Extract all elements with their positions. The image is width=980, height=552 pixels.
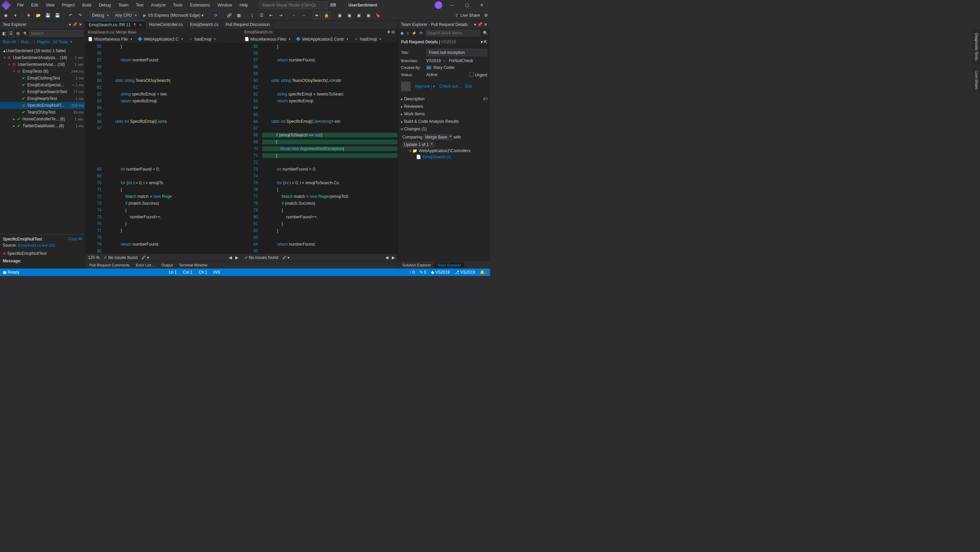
test-node[interactable]: ▸✔HomeControllerTe... (6)1 sec xyxy=(0,116,85,123)
test-node[interactable]: ▿⊘UserSentimentAnalysis... (18)1 sec xyxy=(0,54,85,61)
right-code-area[interactable]: 55 }5657 return numberFound;585960 ublic… xyxy=(242,43,398,254)
test-node[interactable]: ▿⊘EmojiTests (6)244 ms xyxy=(0,68,85,75)
menu-test[interactable]: Test xyxy=(133,2,147,9)
test-search-input[interactable] xyxy=(29,30,84,37)
start-debug-button[interactable]: IIS Express (Microsoft Edge) ▾ xyxy=(140,11,207,19)
test-node[interactable]: ▿⊘UserSentimentAnal... (18)1 sec xyxy=(0,61,85,68)
status-repo[interactable]: ◆ VS2019 xyxy=(431,270,450,274)
filter-icon[interactable]: ◧ xyxy=(2,30,7,37)
home-icon[interactable]: ⌂ xyxy=(406,29,409,37)
status-branch[interactable]: ⎇ VS2019 xyxy=(455,270,475,274)
platform-combo[interactable]: Any CPU xyxy=(113,11,138,19)
zoom-level[interactable]: 125 % xyxy=(88,255,100,260)
close-button[interactable]: ✕ xyxy=(476,1,487,9)
tool2-icon[interactable]: ▣ xyxy=(345,11,353,19)
copy-all-link[interactable]: Copy All xyxy=(68,237,82,241)
section-description[interactable]: Description🏷 xyxy=(398,95,490,103)
nav-class[interactable]: 🔷 WebApplication2.Contr xyxy=(293,35,351,43)
status-edit[interactable]: ✎ 0 xyxy=(419,270,426,274)
menu-edit[interactable]: Edit xyxy=(28,2,41,9)
test-node[interactable]: ⊘SpecificEmojiNullT...153 ms xyxy=(0,102,85,109)
bookmark-icon[interactable]: 🔖 xyxy=(374,11,382,19)
flask-icon[interactable]: ⚗ xyxy=(22,30,28,37)
test-node[interactable]: ✔EmojiClothingTest1 ms xyxy=(0,75,85,81)
vs-search-input[interactable]: Search Visual Studio (Ctrl+Q) xyxy=(259,2,328,9)
exit-button[interactable]: Exit xyxy=(465,84,472,89)
menu-help[interactable]: Help xyxy=(236,2,251,9)
browser-link-icon[interactable]: 🔗 xyxy=(225,11,233,19)
nav-fwd-icon[interactable]: ▾ xyxy=(11,11,19,19)
changes-file[interactable]: 📄 EmojiSearch.cs xyxy=(402,154,486,160)
work-items-search[interactable] xyxy=(426,30,480,37)
indent-icon[interactable]: ⇤ xyxy=(267,11,275,19)
live-share-button[interactable]: ⇪ Live Share ⚙ xyxy=(455,13,488,18)
tree-icon[interactable]: ⊞ xyxy=(15,30,21,37)
btab-solution-explorer[interactable]: Solution Explorer xyxy=(399,262,434,268)
compare-base-combo[interactable]: Merge Base xyxy=(423,134,452,140)
btab-team-explorer[interactable]: Team Explorer xyxy=(434,262,464,268)
keyboard-icon[interactable]: ⌨ xyxy=(329,2,337,9)
playlist-link[interactable]: Playlist : All Tests xyxy=(37,40,68,45)
changes-folder[interactable]: ▿ 📁 WebApplication2\Controllers xyxy=(402,148,486,154)
nav-project[interactable]: 📄 Miscellaneous File xyxy=(85,35,135,43)
btab-terminal[interactable]: Terminal Window xyxy=(176,262,210,268)
arrow-left-icon[interactable]: ← xyxy=(290,11,298,19)
back-icon[interactable]: ◉ xyxy=(400,29,404,37)
group-icon[interactable]: ☰ xyxy=(8,30,14,37)
list-icon[interactable]: ☰ xyxy=(258,11,265,19)
test-root[interactable]: ◢UserSentiment (18 tests) 1 failed xyxy=(0,48,85,54)
maximize-button[interactable]: ▢ xyxy=(461,1,472,9)
close-icon[interactable]: ✕ xyxy=(139,23,142,27)
menu-debug[interactable]: Debug xyxy=(95,2,114,9)
menu-extensions[interactable]: Extensions xyxy=(186,2,213,9)
test-node[interactable]: ✔EmojiExtraSpecial...< 1 ms xyxy=(0,81,85,88)
tool-icon[interactable]: 🖉 ▾ xyxy=(282,255,290,260)
status-upload[interactable]: ↑ 0 xyxy=(409,270,415,274)
lock-icon[interactable]: 🔒 xyxy=(323,11,330,19)
nav-member[interactable]: 🔹 hasEmoji xyxy=(186,35,219,43)
checkout-button[interactable]: Check out... xyxy=(439,84,461,89)
nav-class[interactable]: 🔷 WebApplication2.C xyxy=(135,35,186,43)
search-icon[interactable]: 🔍 xyxy=(483,29,488,37)
tool3-icon[interactable]: ▣ xyxy=(355,11,363,19)
save-icon[interactable]: 💾 xyxy=(44,11,51,19)
menu-file[interactable]: File xyxy=(14,2,27,9)
menu-project[interactable]: Project xyxy=(59,2,78,9)
urgent-checkbox[interactable] xyxy=(469,72,474,77)
dropdown-icon[interactable]: ▾ xyxy=(481,40,483,45)
section-reviewers[interactable]: Reviewers xyxy=(398,103,490,110)
layout-icon[interactable]: ▦ xyxy=(235,11,242,19)
menu-team[interactable]: Team xyxy=(115,2,132,9)
tab-emoji[interactable]: EmojiSearch.cs xyxy=(186,21,222,29)
run-link[interactable]: Run... xyxy=(21,40,32,45)
sync-a-icon[interactable]: ⬌ xyxy=(313,11,321,19)
status-notif[interactable]: 🔔2 xyxy=(480,270,487,274)
section-build[interactable]: Build & Code Analysis Results xyxy=(398,118,490,125)
user-avatar[interactable] xyxy=(435,2,442,9)
plug-icon[interactable]: ⚡ xyxy=(412,29,417,37)
close-icon[interactable]: ✕ xyxy=(484,22,487,27)
section-work-items[interactable]: Work Items xyxy=(398,110,490,118)
new-icon[interactable]: ✚ xyxy=(25,11,32,19)
pin-icon[interactable]: 📌 xyxy=(72,22,77,27)
test-node[interactable]: ✔TearsOfJoyTest10 ms xyxy=(0,109,85,116)
refresh-icon[interactable]: ⟳ xyxy=(212,11,220,19)
test-node[interactable]: ▸✔TwitterDataModel... (6)1 ms xyxy=(0,123,85,129)
config-combo[interactable]: Debug xyxy=(90,11,110,19)
split-icon[interactable]: ✚ ⊞ xyxy=(387,30,395,35)
popout-icon[interactable]: ⇱ xyxy=(484,40,487,45)
approve-button[interactable]: Approve | ▾ xyxy=(415,84,436,89)
redo-icon[interactable]: ↷ xyxy=(76,11,84,19)
pin-icon[interactable]: 📍 xyxy=(133,23,137,27)
tool4-icon[interactable]: ▣ xyxy=(364,11,372,19)
step-icon[interactable]: ⤵ xyxy=(248,11,256,19)
menu-view[interactable]: View xyxy=(42,2,58,9)
tab-pr-discussion[interactable]: Pull Request Discussion xyxy=(222,21,273,29)
minimize-button[interactable]: ─ xyxy=(446,1,457,9)
nav-member[interactable]: 🔹 hasEmoji xyxy=(351,35,384,43)
nav-back-icon[interactable]: ◉ xyxy=(2,11,10,19)
tool-icon[interactable]: ▣ xyxy=(336,11,344,19)
tool-icon[interactable]: 🖉 ▾ xyxy=(142,255,149,260)
pr-title-input[interactable] xyxy=(426,49,487,56)
open-icon[interactable]: 📂 xyxy=(35,11,42,19)
